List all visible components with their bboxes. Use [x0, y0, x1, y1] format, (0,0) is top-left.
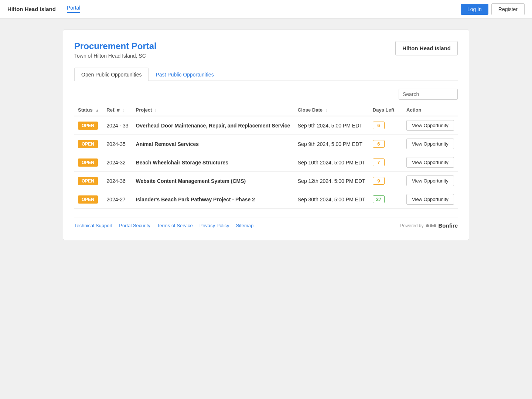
- cell-status-1: OPEN: [74, 135, 103, 153]
- tab-past-opportunities[interactable]: Past Public Opportunities: [149, 68, 221, 81]
- bonfire-brand: Bonfire: [439, 222, 458, 229]
- col-header-ref[interactable]: Ref. # ↕: [103, 104, 132, 116]
- status-badge-4: OPEN: [78, 195, 98, 204]
- opportunities-table: Status ▲ Ref. # ↕ Project ↕ Close Date ↕…: [74, 104, 458, 209]
- days-badge-4: 27: [373, 195, 385, 203]
- table-row: OPEN 2024-35 Animal Removal Services Sep…: [74, 135, 458, 153]
- site-logo: Hilton Head Island: [7, 6, 56, 12]
- search-row: [74, 89, 458, 100]
- cell-status-4: OPEN: [74, 190, 103, 209]
- bonfire-icon: [426, 224, 436, 227]
- powered-by-label: Powered by: [400, 223, 423, 228]
- register-button[interactable]: Register: [491, 3, 525, 15]
- view-opportunity-button-4[interactable]: View Opportunity: [406, 194, 454, 205]
- cell-action-2[interactable]: View Opportunity: [403, 153, 458, 172]
- cell-project-3: Website Content Management System (CMS): [132, 172, 294, 190]
- footer-link-portal-security[interactable]: Portal Security: [119, 223, 150, 228]
- top-navigation: Hilton Head Island Portal Log In Registe…: [0, 0, 532, 18]
- sort-icon-days-left: ↕: [397, 108, 399, 112]
- status-badge-3: OPEN: [78, 177, 98, 185]
- table-row: OPEN 2024 - 33 Overhead Door Maintenance…: [74, 116, 458, 135]
- status-badge-0: OPEN: [78, 122, 98, 130]
- view-opportunity-button-0[interactable]: View Opportunity: [406, 120, 454, 131]
- cell-close-date-2: Sep 10th 2024, 5:00 PM EDT: [294, 153, 369, 172]
- status-badge-2: OPEN: [78, 158, 98, 167]
- cell-days-left-2: 7: [369, 153, 403, 172]
- cell-action-1[interactable]: View Opportunity: [403, 135, 458, 153]
- footer-link-terms-of-service[interactable]: Terms of Service: [157, 223, 193, 228]
- cell-ref-2: 2024-32: [103, 153, 132, 172]
- portal-header: Procurement Portal Town of Hilton Head I…: [74, 41, 458, 59]
- footer-link-sitemap[interactable]: Sitemap: [236, 223, 254, 228]
- cell-days-left-3: 9: [369, 172, 403, 190]
- table-row: OPEN 2024-36 Website Content Management …: [74, 172, 458, 190]
- cell-project-0: Overhead Door Maintenance, Repair, and R…: [132, 116, 294, 135]
- footer-links: Technical SupportPortal SecurityTerms of…: [74, 223, 253, 228]
- portal-title-group: Procurement Portal Town of Hilton Head I…: [74, 41, 157, 59]
- org-logo-box: Hilton Head Island: [395, 41, 458, 55]
- powered-by: Powered by Bonfire: [400, 222, 458, 229]
- cell-days-left-4: 27: [369, 190, 403, 209]
- tab-open-opportunities[interactable]: Open Public Opportunities: [74, 68, 149, 81]
- portal-footer: Technical SupportPortal SecurityTerms of…: [74, 218, 458, 229]
- cell-action-4[interactable]: View Opportunity: [403, 190, 458, 209]
- cell-close-date-3: Sep 12th 2024, 5:00 PM EDT: [294, 172, 369, 190]
- col-header-project[interactable]: Project ↕: [132, 104, 294, 116]
- days-badge-2: 7: [373, 158, 385, 166]
- cell-action-3[interactable]: View Opportunity: [403, 172, 458, 190]
- table-row: OPEN 2024-32 Beach Wheelchair Storage St…: [74, 153, 458, 172]
- col-header-close-date[interactable]: Close Date ↕: [294, 104, 369, 116]
- status-badge-1: OPEN: [78, 140, 98, 148]
- cell-ref-1: 2024-35: [103, 135, 132, 153]
- days-badge-3: 9: [373, 177, 385, 185]
- footer-link-technical-support[interactable]: Technical Support: [74, 223, 112, 228]
- col-header-action: Action: [403, 104, 458, 116]
- cell-ref-0: 2024 - 33: [103, 116, 132, 135]
- portal-nav-link[interactable]: Portal: [67, 5, 81, 13]
- footer-link-privacy-policy[interactable]: Privacy Policy: [200, 223, 229, 228]
- table-row: OPEN 2024-27 Islander's Beach Park Pathw…: [74, 190, 458, 209]
- view-opportunity-button-1[interactable]: View Opportunity: [406, 139, 454, 149]
- cell-status-2: OPEN: [74, 153, 103, 172]
- view-opportunity-button-3[interactable]: View Opportunity: [406, 175, 454, 186]
- cell-days-left-1: 6: [369, 135, 403, 153]
- cell-project-2: Beach Wheelchair Storage Structures: [132, 153, 294, 172]
- cell-ref-4: 2024-27: [103, 190, 132, 209]
- cell-status-3: OPEN: [74, 172, 103, 190]
- view-opportunity-button-2[interactable]: View Opportunity: [406, 157, 454, 168]
- cell-project-1: Animal Removal Services: [132, 135, 294, 153]
- cell-days-left-0: 6: [369, 116, 403, 135]
- cell-close-date-0: Sep 9th 2024, 5:00 PM EDT: [294, 116, 369, 135]
- portal-subtitle: Town of Hilton Head Island, SC: [74, 53, 157, 59]
- cell-close-date-4: Sep 30th 2024, 5:00 PM EDT: [294, 190, 369, 209]
- cell-action-0[interactable]: View Opportunity: [403, 116, 458, 135]
- login-button[interactable]: Log In: [461, 4, 488, 15]
- main-container: Procurement Portal Town of Hilton Head I…: [63, 30, 469, 240]
- col-header-status[interactable]: Status ▲: [74, 104, 103, 116]
- cell-ref-3: 2024-36: [103, 172, 132, 190]
- col-header-days-left[interactable]: Days Left ↕: [369, 104, 403, 116]
- days-badge-0: 6: [373, 122, 385, 129]
- portal-title: Procurement Portal: [74, 41, 157, 51]
- search-input[interactable]: [399, 89, 458, 100]
- sort-icon-project: ↕: [155, 108, 157, 112]
- sort-icon-close-date: ↕: [325, 108, 327, 112]
- tab-bar: Open Public Opportunities Past Public Op…: [74, 68, 458, 81]
- cell-status-0: OPEN: [74, 116, 103, 135]
- sort-icon-status: ▲: [95, 108, 99, 112]
- cell-project-4: Islander's Beach Park Pathway Project - …: [132, 190, 294, 209]
- sort-icon-ref: ↕: [122, 108, 124, 112]
- cell-close-date-1: Sep 9th 2024, 5:00 PM EDT: [294, 135, 369, 153]
- days-badge-1: 6: [373, 140, 385, 148]
